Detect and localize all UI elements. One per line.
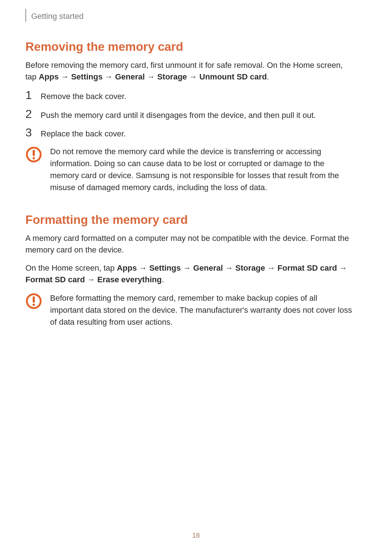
step-2: 2 Push the memory card until it disengag… (25, 108, 352, 121)
svg-point-2 (33, 157, 35, 159)
warning-text-1: Do not remove the memory card while the … (50, 145, 352, 193)
path-settings: Settings (71, 72, 103, 81)
fpath-format2: Format SD card (25, 275, 85, 284)
step-1: 1 Remove the back cover. (25, 89, 352, 102)
page-number: 18 (0, 532, 392, 539)
svg-rect-1 (33, 150, 35, 156)
warning-text-2: Before formatting the memory card, remem… (50, 292, 352, 328)
intro-paragraph-1: Before removing the memory card, first u… (25, 59, 352, 83)
warning-callout-2: Before formatting the memory card, remem… (25, 292, 352, 328)
fpath-erase: Erase everything (97, 275, 162, 284)
arrow-4: → (187, 72, 199, 81)
section-heading-formatting: Formatting the memory card (25, 213, 352, 227)
farrow-1: → (137, 263, 149, 272)
format-para-2: On the Home screen, tap Apps → Settings … (25, 262, 352, 286)
page-body: Getting started Removing the memory card… (0, 0, 392, 328)
path-unmount: Unmount SD card (199, 72, 267, 81)
warning-callout-1: Do not remove the memory card while the … (25, 145, 352, 193)
warning-icon (25, 293, 42, 309)
path-storage: Storage (157, 72, 187, 81)
fpath-apps: Apps (117, 263, 137, 272)
arrow-2: → (103, 72, 115, 81)
step-number-3: 3 (25, 127, 34, 138)
step-text-2: Push the memory card until it disengages… (41, 110, 316, 121)
step-number-1: 1 (25, 89, 34, 101)
path-apps: Apps (39, 72, 59, 81)
step-3: 3 Replace the back cover. (25, 127, 352, 140)
path-general: General (115, 72, 145, 81)
svg-point-5 (33, 304, 35, 306)
warning-icon (25, 146, 42, 163)
farrow-2: → (181, 263, 193, 272)
fpath-settings: Settings (149, 263, 181, 272)
running-header: Getting started (25, 11, 352, 22)
farrow-3: → (223, 263, 235, 272)
section-heading-removing: Removing the memory card (25, 40, 352, 54)
fpath-storage: Storage (235, 263, 265, 272)
step-number-2: 2 (25, 108, 34, 120)
fpath-general: General (193, 263, 223, 272)
format-para-2-plain: On the Home screen, tap (25, 263, 117, 272)
fpath-format1: Format SD card (278, 263, 337, 272)
farrow-4: → (265, 263, 277, 272)
svg-rect-4 (33, 296, 35, 303)
arrow-1: → (59, 72, 71, 81)
step-text-3: Replace the back cover. (41, 128, 126, 140)
farrow-5: → (337, 263, 347, 272)
header-section-name: Getting started (31, 12, 83, 21)
step-text-1: Remove the back cover. (41, 91, 126, 102)
arrow-3: → (145, 72, 157, 81)
farrow-6: → (85, 275, 97, 284)
steps-list: 1 Remove the back cover. 2 Push the memo… (25, 89, 352, 140)
format-para-1: A memory card formatted on a computer ma… (25, 233, 352, 256)
header-rule (25, 9, 26, 22)
